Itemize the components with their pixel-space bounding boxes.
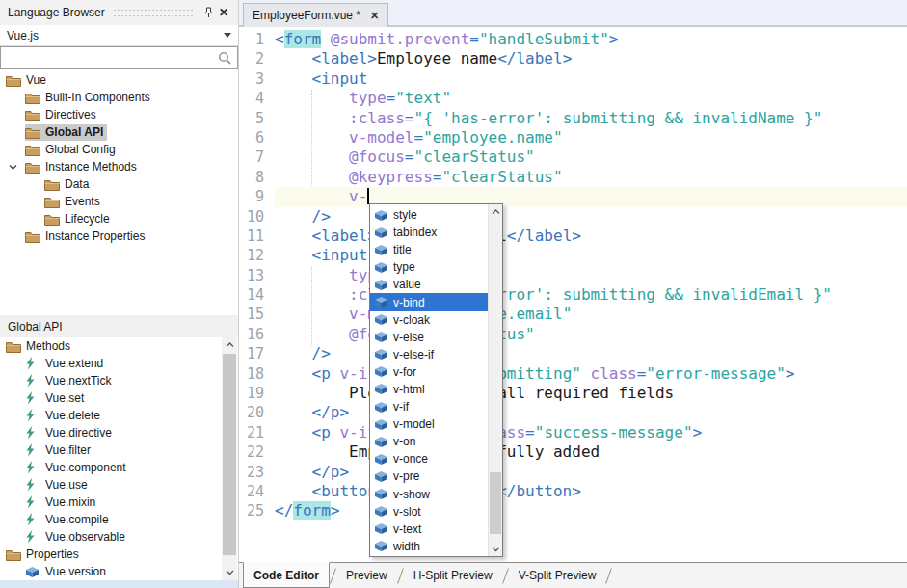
code-line-7[interactable]: 7 @focus="clearStatus" — [239, 147, 907, 167]
autocomplete-item-style[interactable]: style — [370, 206, 488, 224]
tree-item-methods[interactable]: Methods — [0, 337, 223, 355]
scroll-down-arrow-icon[interactable] — [222, 565, 237, 580]
folder-icon — [25, 126, 40, 139]
code-line-23[interactable]: 23 </p> — [239, 463, 907, 482]
view-tab-preview[interactable]: Preview — [336, 563, 397, 588]
pin-button[interactable] — [200, 4, 216, 21]
search-icon — [218, 51, 232, 66]
autocomplete-item-type[interactable]: type — [370, 258, 488, 276]
autocomplete-item-width[interactable]: width — [370, 538, 488, 555]
tree-item-events[interactable]: Events — [0, 193, 238, 210]
autocomplete-item-value[interactable]: value — [370, 276, 488, 293]
autocomplete-item-v-for[interactable]: v-for — [370, 363, 488, 381]
tree-item-vue-version[interactable]: Vue.version — [0, 563, 223, 580]
code-line-2[interactable]: 2 <label>Employee name</label> — [239, 49, 907, 68]
code-line-5[interactable]: 5 :class="{ 'has-error': submitting && i… — [239, 109, 907, 128]
tree-item-data[interactable]: Data — [0, 175, 238, 193]
autocomplete-item-v-model[interactable]: v-model — [370, 415, 488, 433]
code-line-1[interactable]: 1<form @submit.prevent="handleSubmit"> — [239, 30, 907, 49]
code-line-8[interactable]: 8 @keypress="clearStatus" — [239, 168, 907, 187]
tree-item-content: Vue — [6, 72, 50, 89]
tree-expander[interactable] — [6, 164, 25, 170]
code-line-11[interactable]: 11 <label>Employee email</label> — [239, 227, 907, 246]
code-line-22[interactable]: 22 Employee successfully added — [239, 442, 907, 462]
code-token — [275, 285, 349, 304]
autocomplete-item-v-cloak[interactable]: v-cloak — [370, 311, 488, 329]
autocomplete-scrollbar[interactable] — [488, 204, 502, 556]
tree-item-instance-methods[interactable]: Instance Methods — [0, 158, 238, 175]
autocomplete-item-title[interactable]: title — [370, 241, 488, 258]
tree-item-content: Properties — [6, 547, 83, 563]
tree-item-vue-directive[interactable]: Vue.directive — [0, 424, 223, 441]
autocomplete-item-v-else-if[interactable]: v-else-if — [370, 346, 488, 363]
autocomplete-item-v-pre[interactable]: v-pre — [370, 468, 488, 485]
autocomplete-item-v-once[interactable]: v-once — [370, 450, 488, 468]
tree-item-vue-use[interactable]: Vue.use — [0, 476, 223, 494]
tree-item-properties[interactable]: Properties — [0, 546, 223, 563]
code-line-17[interactable]: 17 /> — [239, 344, 907, 363]
tree-item-global-api[interactable]: Global API — [0, 123, 238, 141]
autocomplete-item-v-text[interactable]: v-text — [370, 521, 488, 538]
attribute-icon — [374, 437, 388, 447]
code-line-10[interactable]: 10 /> — [239, 207, 907, 227]
scroll-up-arrow-icon[interactable] — [489, 204, 502, 219]
language-selector[interactable]: Vue.js — [0, 25, 238, 46]
code-line-6[interactable]: 6 v-model="employee.name" — [239, 128, 907, 147]
member-tree-scrollbar[interactable] — [222, 337, 237, 580]
code-line-14[interactable]: 14 :class="{ 'has-error': submitting && … — [239, 285, 907, 305]
close-panel-button[interactable]: ✕ — [216, 4, 231, 21]
tree-item-vue-mixin[interactable]: Vue.mixin — [0, 494, 223, 511]
tree-item-vue-component[interactable]: Vue.component — [0, 459, 223, 476]
code-line-16[interactable]: 16 @focus="clearStatus" — [239, 325, 907, 344]
code-line-3[interactable]: 3 <input — [239, 69, 907, 89]
view-tab-h-split-preview[interactable]: H-Split Preview — [404, 563, 502, 588]
code-editor[interactable]: 1<form @submit.prevent="handleSubmit">2 … — [239, 29, 907, 562]
search-input[interactable] — [1, 47, 218, 68]
tree-item-vue-nexttick[interactable]: Vue.nextTick — [0, 372, 223, 389]
tree-item-instance-properties[interactable]: Instance Properties — [0, 227, 238, 245]
code-line-24[interactable]: 24 <button>Add employee</button> — [239, 482, 907, 501]
tree-item-content: Vue.set — [25, 390, 88, 407]
scroll-down-arrow-icon[interactable] — [489, 542, 502, 556]
tree-item-lifecycle[interactable]: Lifecycle — [0, 210, 238, 227]
tree-item-vue-set[interactable]: Vue.set — [0, 389, 223, 407]
document-tab[interactable]: EmployeeForm.vue * ✕ — [243, 3, 388, 27]
code-token: = — [637, 364, 647, 383]
code-line-20[interactable]: 20 </p> — [239, 403, 907, 422]
autocomplete-item-v-html[interactable]: v-html — [370, 381, 488, 398]
line-number: 18 — [239, 364, 264, 384]
code-line-4[interactable]: 4 type="text" — [239, 89, 907, 108]
code-line-15[interactable]: 15 v-model="employee.email" — [239, 305, 907, 324]
tree-item-vue-delete[interactable]: Vue.delete — [0, 407, 223, 424]
autocomplete-item-v-if[interactable]: v-if — [370, 398, 488, 415]
tree-item-vue-compile[interactable]: Vue.compile — [0, 511, 223, 528]
tree-item-content: Vue.directive — [25, 425, 116, 441]
code-line-18[interactable]: 18 <p v-if="error && submitting" class="… — [239, 364, 907, 384]
autocomplete-item-tabindex[interactable]: tabindex — [370, 224, 488, 241]
autocomplete-item-v-else[interactable]: v-else — [370, 329, 488, 346]
tree-item-vue-extend[interactable]: Vue.extend — [0, 355, 223, 372]
code-line-12[interactable]: 12 <input — [239, 246, 907, 265]
tree-item-label: Events — [65, 195, 100, 208]
view-tab-code-editor[interactable]: Code Editor — [243, 562, 330, 588]
tree-item-vue-filter[interactable]: Vue.filter — [0, 441, 223, 459]
tree-item-built-in-components[interactable]: Built-In Components — [0, 89, 238, 106]
code-line-25[interactable]: 25</form> — [239, 501, 907, 521]
tree-item-directives[interactable]: Directives — [0, 106, 238, 123]
tree-item-global-config[interactable]: Global Config — [0, 141, 238, 158]
code-line-9[interactable]: 9 v- — [239, 187, 907, 206]
code-line-13[interactable]: 13 type="text" — [239, 266, 907, 285]
tree-item-vue[interactable]: Vue — [0, 71, 238, 89]
autocomplete-item-v-bind[interactable]: v-bind — [370, 293, 488, 310]
code-line-19[interactable]: 19 Please fill out all required fields — [239, 384, 907, 403]
autocomplete-item-v-show[interactable]: v-show — [370, 486, 488, 503]
code-line-21[interactable]: 21 <p v-if="success" class="success-mess… — [239, 423, 907, 442]
scrollbar-thumb[interactable] — [490, 472, 501, 534]
view-tab-v-split-preview[interactable]: V-Split Preview — [509, 563, 606, 588]
tree-item-vue-observable[interactable]: Vue.observable — [0, 528, 223, 546]
tab-close-icon[interactable]: ✕ — [370, 10, 379, 22]
autocomplete-item-v-on[interactable]: v-on — [370, 433, 488, 450]
scrollbar-thumb[interactable] — [223, 354, 236, 555]
scroll-up-arrow-icon[interactable] — [222, 337, 237, 353]
autocomplete-item-v-slot[interactable]: v-slot — [370, 503, 488, 521]
